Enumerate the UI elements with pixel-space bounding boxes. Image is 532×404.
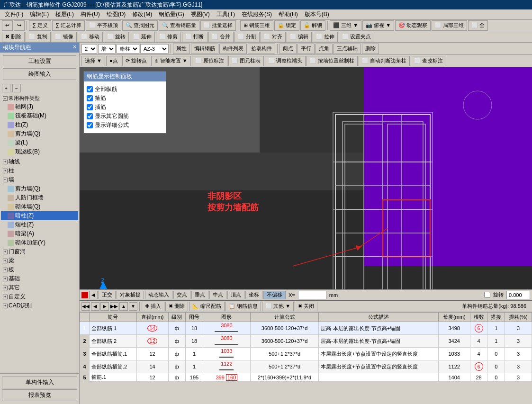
side-view-btn[interactable]: 📷 俯视 ▼ [362, 20, 394, 31]
origin-mark-btn[interactable]: ⬜ 原位标注 [192, 56, 227, 66]
edit-steel-btn[interactable]: 编辑钢筋 [191, 44, 218, 54]
tree-item-custom[interactable]: + 自定义 [1, 292, 78, 301]
status-nooffset[interactable]: 不偏移 [263, 291, 286, 299]
cb-other-circle-input[interactable] [87, 113, 93, 119]
wall-pos-btn[interactable]: ⬜ 按墙位置丝制柱 [307, 56, 358, 66]
nav-first[interactable]: ◀◀ [81, 302, 90, 311]
copy-btn[interactable]: ⬜ 复制 [26, 32, 51, 42]
rotatepoint-btn[interactable]: ⟳ 旋转点 [122, 56, 150, 66]
col-id-select[interactable]: AZ-3 [140, 44, 169, 54]
expand-custom[interactable]: + [3, 295, 8, 299]
tree-item-slab[interactable]: 现浇板(B) [1, 147, 78, 156]
smartlayout-btn[interactable]: ⊕ 智能布置 ▼ [151, 56, 191, 66]
split-btn[interactable]: ⬜ 分割 [234, 32, 260, 42]
two-points-btn[interactable]: 两点 [280, 44, 297, 54]
menu-steel[interactable]: 钢筋量(G) [156, 9, 187, 19]
tree-item-darkbeam[interactable]: 暗梁(A) [1, 229, 78, 238]
redo-btn[interactable]: ↪ [14, 20, 25, 31]
parallel-btn[interactable]: 平行 [298, 44, 315, 54]
three-points-btn[interactable]: 三点辅轴 [334, 44, 361, 54]
tree-item-doorwin[interactable]: + 门窗洞 [1, 247, 78, 256]
flat-btn[interactable]: ⬜ 平齐板顶 [86, 20, 121, 31]
cb-all-steel[interactable]: 全部纵筋 [87, 85, 163, 93]
tree-item-slabroot[interactable]: + 板 [1, 265, 78, 274]
cb-detail-formula-input[interactable] [87, 122, 93, 128]
full-btn[interactable]: ⬜ 全 [468, 20, 488, 31]
check-fig-btn[interactable]: 🔍 查找图元 [122, 20, 158, 31]
nav-last[interactable]: ▶▶ [110, 302, 118, 311]
tree-item-axis[interactable]: 轴网(J) [1, 102, 78, 111]
expand-slabroot[interactable]: + [3, 268, 8, 272]
mirror-btn[interactable]: ⬜ 镜像 [52, 32, 77, 42]
report-preview-btn[interactable]: 报表预览 [2, 389, 77, 401]
move-btn[interactable]: ⬜ 移动 [78, 32, 103, 42]
align-btn[interactable]: ⬜ 对齐 [261, 32, 286, 42]
nav-down[interactable]: ▼ [129, 302, 137, 311]
tree-item-colroot[interactable]: + 柱 [1, 166, 78, 175]
close-panel-btn[interactable]: ✖ 关闭 [295, 302, 317, 311]
expand-beamroot[interactable]: + [3, 259, 8, 263]
dot-angle-btn[interactable]: 点角 [316, 44, 333, 54]
edit-move-btn[interactable]: ⬜ 编辑 [287, 32, 312, 42]
scale-steel-btn[interactable]: 📐 缩尺配筋 [189, 302, 225, 311]
cb-stirrup-input[interactable] [87, 95, 93, 101]
tree-item-beamroot[interactable]: + 梁 [1, 256, 78, 265]
rotate-checkbox[interactable] [484, 292, 490, 298]
adjust-end-btn[interactable]: ⬜ 调整柱端头 [265, 56, 306, 66]
status-dynamic[interactable]: 动态输入 [145, 291, 172, 299]
tree-item-common[interactable]: − 常用构件类型 [1, 94, 78, 102]
summary-btn[interactable]: ∑ 汇总计算 [52, 20, 85, 31]
tree-item-wallroot[interactable]: − 墙 [1, 175, 78, 184]
nav-back-btn[interactable]: ◀ [89, 291, 98, 299]
extend-btn[interactable]: ⬜ 延伸 [130, 32, 155, 42]
rotate-btn[interactable]: ⬜ 旋转 [104, 32, 129, 42]
col-type-select[interactable]: 暗柱 [117, 44, 139, 54]
merge-btn[interactable]: ⬜ 合并 [208, 32, 234, 42]
sidebar-close[interactable]: × [73, 44, 76, 52]
menu-online[interactable]: 在线服务(S) [239, 9, 275, 19]
check-mark-btn[interactable]: ⬜ 查改标注 [411, 56, 446, 66]
menu-draw[interactable]: 绘图(D) [104, 9, 129, 19]
status-perpendicular[interactable]: 垂点 [191, 291, 208, 299]
cb-detail-formula[interactable]: 显示详细公式 [87, 121, 163, 129]
delete-btn[interactable]: ✖ 删除 [2, 32, 25, 42]
steel-info-btn[interactable]: 📋 钢筋信息 [225, 302, 261, 311]
tree-item-col[interactable]: 柱(Z) [1, 120, 78, 129]
tree-item-axisroot[interactable]: + 轴线 [1, 157, 78, 166]
nav-up[interactable]: ▲ [119, 302, 128, 311]
nav-next[interactable]: ▶ [100, 302, 109, 311]
status-coord[interactable]: 坐标 [245, 291, 262, 299]
single-input-btn[interactable]: 单构件输入 [2, 377, 77, 388]
delete-row-btn[interactable]: ✖ 删除 [165, 302, 188, 311]
menu-component[interactable]: 构件(U) [78, 9, 103, 19]
local-3d-btn[interactable]: ⬜ 局部三维 [432, 20, 467, 31]
status-midpoint[interactable]: 中点 [209, 291, 226, 299]
tree-item-endcol[interactable]: 端柱(Z) [1, 220, 78, 229]
menu-tools[interactable]: 工具(T) [214, 9, 238, 19]
menu-help[interactable]: 帮助(H) [276, 9, 301, 19]
cb-insert[interactable]: 插筋 [87, 103, 163, 111]
batch-select-btn[interactable]: ⬜ 批量选择 [200, 20, 236, 31]
cb-stirrup[interactable]: 箍筋 [87, 94, 163, 102]
tree-item-raft[interactable]: 筏板基础(M) [1, 111, 78, 120]
expand-doorwin[interactable]: + [3, 250, 8, 254]
menu-file[interactable]: 文件(F) [2, 9, 26, 19]
check-steel-btn[interactable]: 🔍 查看钢筋量 [159, 20, 199, 31]
tree-item-beam[interactable]: 梁(L) [1, 138, 78, 147]
drawing-btn[interactable]: 绘图输入 [3, 68, 76, 80]
expand-foundation[interactable]: + [3, 277, 8, 281]
define-btn[interactable]: ∑ 定义 [29, 20, 51, 31]
expand-common[interactable]: − [3, 96, 8, 101]
insert-btn[interactable]: ✚ 插入 [142, 302, 164, 311]
expand-other[interactable]: + [3, 286, 8, 290]
cb-all-steel-input[interactable] [87, 86, 93, 92]
expand-cad[interactable]: + [3, 304, 8, 308]
menu-view[interactable]: 视图(V) [188, 9, 213, 19]
nav-prev[interactable]: ◀ [91, 302, 99, 311]
lock-btn[interactable]: 🔒 锁定 [274, 20, 299, 31]
tree-item-shearwall[interactable]: 剪力墙(Q) [1, 129, 78, 138]
property-btn[interactable]: 属性 [173, 44, 190, 54]
expand-wallroot[interactable]: − [3, 178, 8, 182]
status-ortho[interactable]: 正交 [99, 291, 116, 299]
tree-item-airdefwall[interactable]: 人防门框墙 [1, 193, 78, 202]
